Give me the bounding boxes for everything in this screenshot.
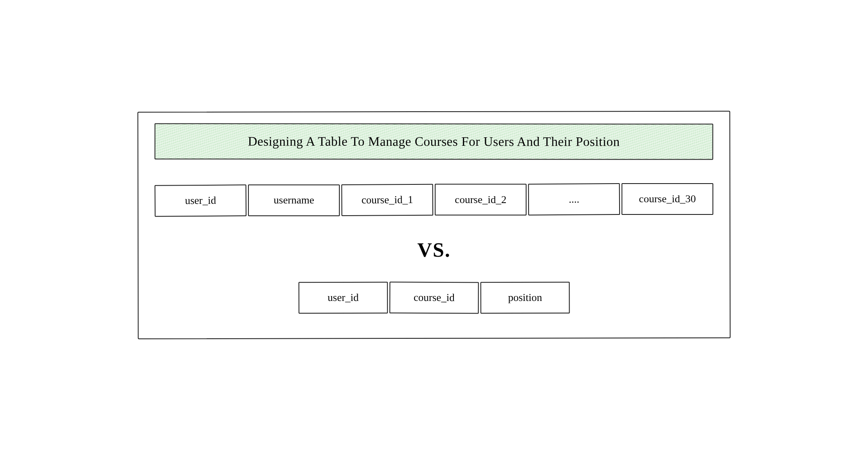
cell-label: user_id <box>185 195 216 206</box>
cell-ellipsis: .... <box>528 183 620 215</box>
cell-label: username <box>274 194 314 206</box>
cell-label: course_id_1 <box>361 194 413 206</box>
cell-label: course_id <box>414 292 455 303</box>
title-banner: Designing A Table To Manage Courses For … <box>155 123 713 160</box>
schema-wide-row: user_id username course_id_1 course_id_2… <box>155 183 713 217</box>
cell-label: .... <box>569 193 579 205</box>
vs-label: VS. <box>155 238 713 262</box>
schema-narrow-row: user_id course_id position <box>155 282 713 314</box>
cell-user-id-narrow: user_id <box>298 282 388 314</box>
cell-course-id-2: course_id_2 <box>435 184 527 216</box>
cell-course-id-1: course_id_1 <box>341 184 433 216</box>
cell-label: position <box>508 292 542 303</box>
diagram-frame: Designing A Table To Manage Courses For … <box>138 111 731 340</box>
cell-label: course_id_2 <box>455 194 506 206</box>
cell-label: user_id <box>328 292 359 303</box>
cell-course-id-narrow: course_id <box>389 282 479 314</box>
cell-username: username <box>248 184 340 216</box>
cell-position: position <box>480 282 570 314</box>
cell-user-id: user_id <box>155 184 246 216</box>
cell-label: course_id_30 <box>639 193 696 205</box>
cell-course-id-30: course_id_30 <box>622 183 713 215</box>
